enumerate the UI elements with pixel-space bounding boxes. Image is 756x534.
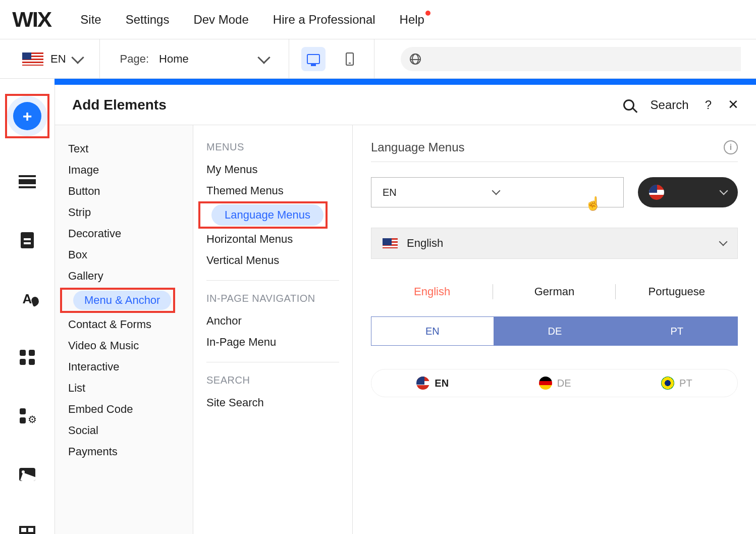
add-elements-panel: Add Elements Search ? ✕ Text Image Butto… <box>55 85 756 534</box>
menu-devmode[interactable]: Dev Mode <box>193 13 248 27</box>
chevron-down-icon <box>492 187 501 195</box>
tab-portuguese[interactable]: Portuguese <box>616 282 738 301</box>
top-bar: WIX Site Settings Dev Mode Hire a Profes… <box>0 0 756 39</box>
tab-german[interactable]: German <box>493 282 615 301</box>
rail-theme-button[interactable]: A <box>12 284 42 314</box>
pill-de-label: DE <box>557 378 571 389</box>
dropdown-english-label: English <box>407 237 443 250</box>
preview-dropdown-flag[interactable] <box>638 177 738 207</box>
subitems-column: MENUS My Menus Themed Menus Language Men… <box>193 125 353 534</box>
notification-dot-icon <box>425 11 430 16</box>
sub-themedmenus[interactable]: Themed Menus <box>193 180 352 201</box>
pill-en[interactable]: EN <box>416 377 449 390</box>
cat-contact[interactable]: Contact & Forms <box>55 314 193 335</box>
preview-dropdown-en[interactable]: EN ☝ <box>371 177 624 207</box>
wix-logo: WIX <box>12 8 51 32</box>
desktop-view-button[interactable] <box>301 47 326 71</box>
grid-icon <box>20 350 35 365</box>
preview-title: Language Menus <box>371 140 464 154</box>
us-flag-icon <box>649 185 664 200</box>
info-icon[interactable]: i <box>724 140 738 154</box>
main: + A Add Elements Search ? ✕ Text Image B… <box>0 85 756 534</box>
preview-segmented: EN DE PT <box>371 316 738 346</box>
seg-pt[interactable]: PT <box>616 316 738 346</box>
rail-sections-button[interactable] <box>12 167 42 197</box>
seg-en[interactable]: EN <box>371 316 494 346</box>
image-icon <box>19 468 35 481</box>
search-icon[interactable] <box>623 99 634 111</box>
search-label[interactable]: Search <box>651 98 689 112</box>
menu-hire[interactable]: Hire a Professional <box>273 13 375 27</box>
cat-gallery[interactable]: Gallery <box>55 265 193 287</box>
url-input[interactable] <box>401 47 741 71</box>
br-flag-icon <box>661 377 674 390</box>
cat-list[interactable]: List <box>55 378 193 399</box>
panel-header: Add Elements Search ? ✕ <box>55 85 756 125</box>
menu-site[interactable]: Site <box>80 13 101 27</box>
pill-de[interactable]: DE <box>539 377 571 390</box>
chevron-down-icon <box>720 187 728 195</box>
close-icon[interactable]: ✕ <box>728 97 739 113</box>
page-value: Home <box>159 52 189 66</box>
rail-data-button[interactable] <box>12 518 42 534</box>
menu-help-label: Help <box>400 13 424 26</box>
preview-column: Language Menus i EN ☝ En <box>353 125 756 534</box>
sub-mymenus[interactable]: My Menus <box>193 159 352 180</box>
group-search-label: SEARCH <box>193 371 352 392</box>
add-elements-button[interactable]: + <box>13 102 41 130</box>
us-flag-icon <box>22 52 43 66</box>
highlight-language-menus: Language Menus <box>198 201 328 229</box>
cat-payments[interactable]: Payments <box>55 441 193 462</box>
cat-image[interactable]: Image <box>55 159 193 181</box>
sub-verticalmenus[interactable]: Vertical Menus <box>193 250 352 271</box>
rail-apps-button[interactable] <box>12 342 42 372</box>
second-bar: EN Page: Home <box>0 39 756 79</box>
cat-embed[interactable]: Embed Code <box>55 399 193 420</box>
preview-text-tabs: English German Portuguese <box>371 282 738 301</box>
panel-body: Text Image Button Strip Decorative Box G… <box>55 125 756 534</box>
cat-box[interactable]: Box <box>55 244 193 265</box>
globe-icon <box>410 54 421 65</box>
sub-languagemenus[interactable]: Language Menus <box>211 204 323 226</box>
tab-english[interactable]: English <box>371 282 493 301</box>
site-language-selector[interactable]: EN <box>0 39 100 78</box>
cat-strip[interactable]: Strip <box>55 202 193 223</box>
chevron-down-icon <box>719 238 728 246</box>
sub-horizontalmenus[interactable]: Horizontal Menus <box>193 229 352 250</box>
rail-media-button[interactable] <box>12 459 42 490</box>
de-flag-icon <box>539 377 552 390</box>
theme-icon: A <box>23 291 32 307</box>
seg-de[interactable]: DE <box>494 316 616 346</box>
cat-text[interactable]: Text <box>55 138 193 159</box>
selection-strip <box>55 79 756 85</box>
cat-menu-anchor[interactable]: Menu & Anchor <box>73 291 171 310</box>
url-bar <box>374 47 756 71</box>
preview-dropdown-english[interactable]: English <box>371 228 738 259</box>
rail-pages-button[interactable] <box>12 225 42 255</box>
cat-decorative[interactable]: Decorative <box>55 223 193 244</box>
sub-sitesearch[interactable]: Site Search <box>193 392 352 413</box>
top-menu: Site Settings Dev Mode Hire a Profession… <box>80 13 424 27</box>
help-button[interactable]: ? <box>705 98 712 112</box>
cat-social[interactable]: Social <box>55 420 193 441</box>
mobile-view-button[interactable] <box>338 47 362 71</box>
sub-inpagemenu[interactable]: In-Page Menu <box>193 332 352 353</box>
gear-icon <box>20 408 35 423</box>
sub-anchor[interactable]: Anchor <box>193 310 352 332</box>
menu-help[interactable]: Help <box>400 13 424 27</box>
cat-video[interactable]: Video & Music <box>55 335 193 356</box>
page-icon <box>21 232 34 248</box>
cursor-hand-icon: ☝ <box>585 196 601 211</box>
rail-app-settings-button[interactable] <box>12 401 42 431</box>
group-inpage-label: IN-PAGE NAVIGATION <box>193 290 352 310</box>
pill-en-label: EN <box>435 378 449 389</box>
desktop-icon <box>307 54 320 64</box>
chevron-down-icon <box>257 51 270 64</box>
cat-interactive[interactable]: Interactive <box>55 356 193 378</box>
menu-settings[interactable]: Settings <box>126 13 170 27</box>
page-selector[interactable]: Page: Home <box>100 39 289 78</box>
cat-button[interactable]: Button <box>55 181 193 202</box>
pill-pt[interactable]: PT <box>661 377 692 390</box>
dropdown-en-label: EN <box>383 187 397 198</box>
site-language-code: EN <box>50 52 66 66</box>
